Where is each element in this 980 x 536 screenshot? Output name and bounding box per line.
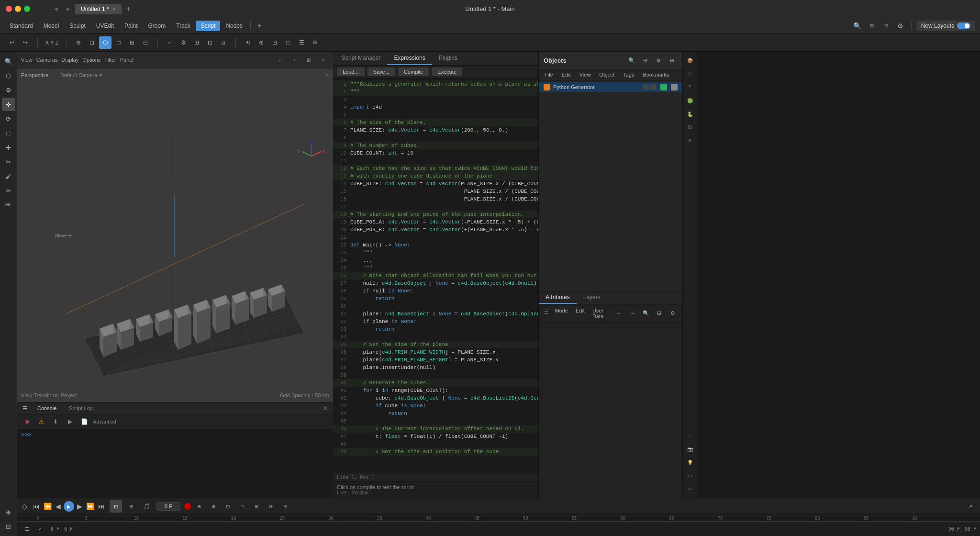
viewport-nav-view[interactable]: View (21, 57, 33, 63)
script-load-button[interactable]: Load... (337, 67, 365, 76)
viewport-nav-display[interactable]: Display (61, 57, 78, 63)
console-doc-icon[interactable]: 📄 (78, 416, 90, 427)
menu-paint[interactable]: Paint (120, 21, 142, 31)
menu-standard[interactable]: Standard (5, 21, 38, 31)
tl-extra-btn2[interactable]: ⚙ (207, 500, 220, 513)
script-tab-manager[interactable]: Script Manager (335, 52, 387, 65)
tab-add-button[interactable]: + (122, 5, 134, 13)
search-icon[interactable]: 🔍 (852, 20, 863, 32)
tool-extra1[interactable]: ⊕ (2, 505, 15, 519)
tool-scale[interactable]: □ (2, 126, 15, 140)
new-layouts-toggle[interactable] (957, 22, 970, 29)
toolbar-view-btn2[interactable]: ⊡ (86, 36, 98, 49)
console-scroll-icon[interactable]: ⬇ (50, 416, 61, 427)
nav-back-icon[interactable]: ◀ (50, 3, 62, 15)
toolbar-misc-btn4[interactable]: □ (282, 36, 294, 49)
right-icon-move[interactable]: ↕ (684, 430, 696, 441)
redo-button[interactable]: ↪ (19, 36, 32, 49)
attr-menu-userdata[interactable]: User Data (590, 306, 611, 321)
console-close-icon[interactable]: ✕ (320, 402, 331, 414)
toolbar-transform-btn2[interactable]: ⚙ (177, 36, 189, 49)
tl-next-key-icon[interactable]: ▶ (76, 502, 83, 511)
tl-prev-frame-icon[interactable]: ⏪ (43, 502, 53, 511)
menu-sculpt[interactable]: Sculpt (65, 21, 90, 31)
tl-play-button[interactable]: ▶ (64, 501, 74, 512)
tool-pen[interactable]: ✏ (2, 184, 15, 197)
tl-extra-btn7[interactable]: ⊟ (279, 500, 291, 513)
objects-settings-icon[interactable]: ⚙ (653, 55, 664, 66)
right-icon-pencil[interactable]: ✏ (684, 483, 696, 495)
right-icon-python[interactable]: 🐍 (684, 108, 696, 120)
toolbar-misc-btn2[interactable]: ⊕ (255, 36, 267, 49)
tool-eye[interactable]: 👁 (2, 198, 15, 212)
objects-expand-icon[interactable]: ⊞ (666, 55, 678, 66)
tl-status-check-icon[interactable]: ✓ (34, 523, 46, 535)
tl-keyframe-btn[interactable]: ⊡ (110, 500, 122, 513)
toolbar-view-btn6[interactable]: ⊟ (139, 36, 152, 49)
maximize-button[interactable] (24, 6, 30, 12)
right-icon-cube[interactable]: ⬡ (684, 68, 696, 79)
tool-add[interactable]: ✚ (2, 141, 15, 154)
tool-move[interactable]: ✛ (2, 98, 15, 111)
right-icon-text[interactable]: T (684, 81, 696, 93)
minimize-button[interactable] (15, 6, 21, 12)
console-play-icon[interactable]: ▶ (64, 416, 76, 427)
right-icon-camera[interactable]: 📷 (684, 443, 696, 455)
nav-forward-icon[interactable]: ▶ (63, 3, 74, 15)
right-icon-eye[interactable]: 👁 (684, 135, 696, 146)
viewport-nav-options[interactable]: Options (82, 57, 100, 63)
objects-filter-icon[interactable]: ⊟ (639, 55, 651, 66)
tool-paint[interactable]: 🖌 (2, 169, 15, 183)
tl-next-frame-icon[interactable]: ⏩ (85, 502, 95, 511)
tool-object[interactable]: ⬡ (2, 69, 15, 82)
attr-search-icon[interactable]: 🔍 (640, 308, 652, 319)
attr-menu-icon[interactable]: ☰ (543, 306, 550, 318)
toolbar-view-btn5[interactable]: ⊞ (126, 36, 138, 49)
new-layouts-button[interactable]: New Layouts (916, 21, 975, 31)
menu-groom[interactable]: Groom (143, 21, 170, 31)
viewport-nav-icon2[interactable]: ↑ (288, 54, 301, 66)
attr-tab-layers[interactable]: Layers (577, 291, 607, 304)
tl-extra-btn6[interactable]: ⟳ (265, 500, 277, 513)
console-tab-console[interactable]: Console (32, 403, 62, 413)
script-tab-plugins[interactable]: Plugins (432, 52, 464, 65)
menu-script[interactable]: Script (196, 21, 221, 31)
timeline-current-frame[interactable] (156, 502, 180, 511)
toolbar-transform-btn4[interactable]: ⊡ (204, 36, 216, 49)
right-icon-lights[interactable]: 💡 (684, 457, 696, 468)
toolbar-transform-btn3[interactable]: ⊞ (190, 36, 203, 49)
tool-settings[interactable]: ⚙ (2, 83, 15, 97)
right-icon-material[interactable]: 🟢 (684, 95, 696, 106)
obj-menu-file[interactable]: File (541, 69, 557, 80)
viewport-nav-icon1[interactable]: ↓ (274, 54, 286, 66)
console-menu-icon[interactable]: ☰ (19, 402, 31, 414)
attr-menu-edit[interactable]: Edit (573, 306, 588, 321)
viewport-nav-cameras[interactable]: Cameras (36, 57, 58, 63)
tl-prev-key-icon[interactable]: ◀ (55, 502, 62, 511)
obj-vis-btn-1[interactable] (643, 84, 649, 90)
tab-close-icon[interactable]: ✕ (112, 6, 116, 11)
tl-skip-end-icon[interactable]: ⏭ (97, 502, 106, 511)
obj-menu-edit[interactable]: Edit (558, 69, 575, 80)
script-save-button[interactable]: Save... (368, 67, 395, 76)
layout-icon1[interactable]: ⊞ (866, 20, 878, 32)
menu-uvedit[interactable]: UVEdit (91, 21, 119, 31)
toolbar-transform-btn1[interactable]: ↔ (164, 36, 176, 49)
viewport-close-icon[interactable]: ✕ (317, 54, 329, 66)
tl-expand-icon[interactable]: ↗ (964, 500, 976, 513)
right-icon-settings[interactable]: ⚙ (684, 122, 696, 133)
tl-extra-btn3[interactable]: ⊡ (222, 500, 234, 513)
attr-nav-forward-icon[interactable]: → (627, 308, 638, 319)
obj-menu-view[interactable]: View (576, 69, 595, 80)
close-button[interactable] (6, 6, 12, 12)
toolbar-misc-btn6[interactable]: ⚙ (309, 36, 321, 49)
object-item-python-generator[interactable]: Python Generator (539, 82, 682, 92)
obj-vis-btn-2[interactable] (650, 84, 656, 90)
tl-status-menu-icon[interactable]: ☰ (21, 523, 33, 535)
tool-extra2[interactable]: ⊡ (2, 520, 15, 533)
tl-extra-btn1[interactable]: ⊕ (193, 500, 205, 513)
add-layout-icon[interactable]: + (254, 20, 265, 32)
menu-track[interactable]: Track (171, 21, 195, 31)
obj-menu-tags[interactable]: Tags (619, 69, 638, 80)
script-tab-expressions[interactable]: Expressions (387, 52, 432, 65)
